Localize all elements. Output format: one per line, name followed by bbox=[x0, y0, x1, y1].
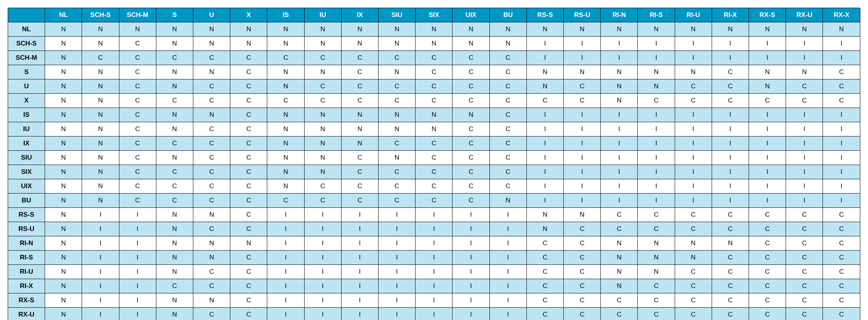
table-cell: C bbox=[416, 79, 452, 94]
table-cell: N bbox=[45, 94, 82, 108]
table-cell: N bbox=[452, 37, 489, 51]
table-row: SCH-MNCCCCCCCCCCCCIIIIIIIII bbox=[8, 51, 860, 65]
table-cell: C bbox=[749, 293, 786, 308]
table-cell: I bbox=[749, 179, 786, 194]
table-cell: I bbox=[452, 265, 489, 279]
col-header: SCH-M bbox=[119, 8, 156, 22]
table-cell: N bbox=[45, 108, 82, 122]
table-cell: C bbox=[341, 151, 378, 165]
table-cell: C bbox=[786, 265, 823, 279]
table-row: IXNNCCCCNNNCCCCIIIIIIIII bbox=[8, 136, 860, 151]
table-cell: N bbox=[82, 94, 119, 108]
table-row: NLNNNNNNNNNNNNNNNNNNNNNN bbox=[8, 22, 860, 37]
table-cell: C bbox=[786, 94, 823, 108]
table-cell: N bbox=[156, 122, 193, 136]
table-corner-cell bbox=[8, 8, 45, 22]
table-cell: C bbox=[452, 136, 489, 151]
table-cell: I bbox=[675, 136, 712, 151]
table-cell: C bbox=[379, 194, 416, 208]
table-cell: N bbox=[341, 122, 378, 136]
table-cell: I bbox=[82, 265, 119, 279]
table-cell: I bbox=[564, 165, 601, 179]
table-cell: N bbox=[489, 194, 526, 208]
table-cell: I bbox=[341, 251, 378, 265]
table-cell: I bbox=[823, 194, 860, 208]
table-cell: I bbox=[601, 108, 638, 122]
table-cell: C bbox=[304, 179, 341, 194]
table-cell: C bbox=[119, 165, 156, 179]
table-cell: I bbox=[749, 51, 786, 65]
table-cell: C bbox=[712, 208, 749, 222]
table-cell: N bbox=[156, 265, 193, 279]
table-cell: I bbox=[564, 51, 601, 65]
table-cell: C bbox=[489, 165, 526, 179]
row-header: RI-X bbox=[8, 279, 45, 293]
table-cell: C bbox=[712, 222, 749, 236]
table-cell: N bbox=[45, 22, 82, 37]
table-cell: C bbox=[304, 51, 341, 65]
table-row: RX-UNIINCCIIIIIIICCCCCCCCC bbox=[8, 308, 860, 320]
table-cell: N bbox=[416, 108, 452, 122]
table-cell: N bbox=[304, 165, 341, 179]
table-cell: C bbox=[416, 51, 452, 65]
table-cell: N bbox=[416, 22, 452, 37]
table-cell: N bbox=[267, 65, 304, 79]
table-cell: I bbox=[304, 208, 341, 222]
table-cell: I bbox=[638, 179, 675, 194]
table-cell: N bbox=[267, 136, 304, 151]
table-cell: N bbox=[675, 65, 712, 79]
table-cell: I bbox=[304, 308, 341, 320]
table-cell: C bbox=[526, 236, 563, 251]
table-cell: N bbox=[82, 108, 119, 122]
table-cell: N bbox=[45, 65, 82, 79]
col-header: S bbox=[156, 8, 193, 22]
table-cell: N bbox=[823, 22, 860, 37]
table-cell: C bbox=[267, 194, 304, 208]
table-cell: N bbox=[119, 22, 156, 37]
table-cell: C bbox=[823, 208, 860, 222]
table-cell: C bbox=[82, 51, 119, 65]
table-cell: C bbox=[379, 79, 416, 94]
table-cell: C bbox=[712, 308, 749, 320]
table-cell: I bbox=[712, 136, 749, 151]
table-cell: C bbox=[304, 79, 341, 94]
table-cell: N bbox=[45, 236, 82, 251]
row-header: SIX bbox=[8, 165, 45, 179]
col-header: U bbox=[193, 8, 230, 22]
table-cell: C bbox=[230, 122, 267, 136]
table-cell: C bbox=[526, 293, 563, 308]
table-cell: I bbox=[416, 222, 452, 236]
row-header: RI-U bbox=[8, 265, 45, 279]
table-cell: C bbox=[823, 94, 860, 108]
row-header: RI-N bbox=[8, 236, 45, 251]
table-cell: C bbox=[379, 51, 416, 65]
table-cell: C bbox=[564, 293, 601, 308]
table-cell: C bbox=[156, 136, 193, 151]
table-cell: I bbox=[749, 37, 786, 51]
row-header: RX-U bbox=[8, 308, 45, 320]
col-header: RS-U bbox=[564, 8, 601, 22]
table-cell: N bbox=[156, 251, 193, 265]
table-cell: C bbox=[416, 136, 452, 151]
col-header: RI-S bbox=[638, 8, 675, 22]
table-cell: C bbox=[638, 279, 675, 293]
table-cell: N bbox=[601, 65, 638, 79]
table-row: BUNNCCCCCCCCCCNIIIIIIIII bbox=[8, 194, 860, 208]
table-cell: I bbox=[712, 122, 749, 136]
table-cell: I bbox=[489, 308, 526, 320]
table-cell: C bbox=[193, 222, 230, 236]
table-cell: I bbox=[452, 236, 489, 251]
table-row: RX-SNIINNCIIIIIIICCCCCCCCC bbox=[8, 293, 860, 308]
table-row: SCH-SNNCNNNNNNNNNNIIIIIIIII bbox=[8, 37, 860, 51]
table-cell: N bbox=[452, 22, 489, 37]
table-cell: C bbox=[452, 165, 489, 179]
table-cell: N bbox=[675, 236, 712, 251]
table-cell: N bbox=[82, 79, 119, 94]
table-cell: I bbox=[119, 222, 156, 236]
table-cell: N bbox=[45, 37, 82, 51]
table-cell: C bbox=[675, 265, 712, 279]
table-body: NLNNNNNNNNNNNNNNNNNNNNNNSCH-SNNCNNNNNNNN… bbox=[8, 22, 860, 320]
table-cell: I bbox=[823, 37, 860, 51]
table-cell: I bbox=[526, 179, 563, 194]
table-header-row: NLSCH-SSCH-MSUXISIUIXSIUSIXUIXBURS-SRS-U… bbox=[8, 8, 860, 22]
